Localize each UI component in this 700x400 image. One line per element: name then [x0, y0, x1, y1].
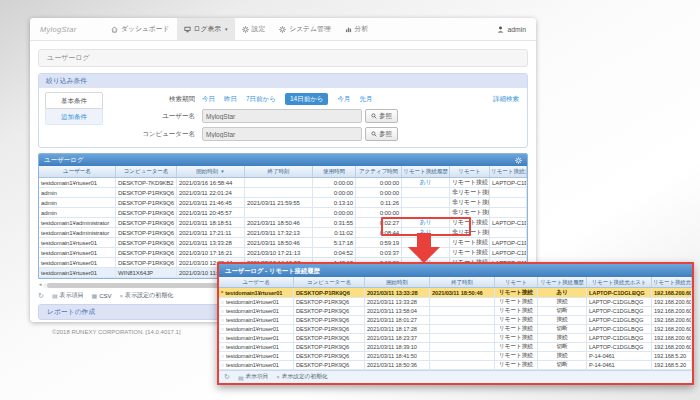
table-row[interactable]: ○testdomain1¥rtuser01DESKTOP-P1RK9Q62021…	[219, 343, 692, 352]
scroll-left-icon[interactable]: ◄	[38, 282, 42, 288]
table-row[interactable]: adminDESKTOP-P1RK9Q62021/03/11 22:01:240…	[39, 188, 527, 198]
refresh-icon[interactable]: ↻	[38, 292, 44, 300]
column-header[interactable]: リモート接続履歴	[402, 166, 450, 178]
table-row[interactable]: ○testdomain1¥rtuser01DESKTOP-P1RK9Q62021…	[219, 334, 692, 343]
table-cell: リモート接続	[495, 316, 538, 325]
close-icon: ×	[276, 374, 280, 380]
nav-dashboard[interactable]: ダッシュボード	[104, 18, 177, 40]
column-header[interactable]: 開始時刻	[365, 277, 430, 288]
column-header[interactable]: コンピューター名	[294, 277, 365, 288]
column-header[interactable]: 開始時刻▼	[177, 166, 245, 178]
popup-reset-display-button[interactable]: × 表示設定の初期化	[276, 373, 327, 381]
table-cell: DESKTOP-P1RK9Q6	[294, 307, 365, 316]
table-cell: LAPTOP-C1DGLBQG	[490, 238, 527, 248]
table-row[interactable]: ○testdomain1¥rtuser01DESKTOP-P1RK9Q62021…	[219, 361, 692, 370]
table-cell	[430, 343, 495, 352]
nav-log-view[interactable]: ログ表示 ▾	[177, 18, 235, 40]
column-header[interactable]: リモート	[495, 277, 538, 288]
period-14days-button-selected[interactable]: 14日前から	[285, 93, 329, 105]
table-cell: admin	[39, 198, 116, 208]
column-header[interactable]: ユーザー名	[219, 277, 294, 288]
page-title: ユーザーログ	[38, 49, 528, 67]
column-header[interactable]: 使用時間	[313, 166, 356, 178]
filter-panel-body: 基本条件 追加条件 検索期間 今日 昨日 7日前から 14日前から 今月 先月 …	[39, 88, 527, 147]
period-yesterday-link[interactable]: 昨日	[224, 95, 237, 104]
period-last-month-link[interactable]: 先月	[359, 95, 372, 104]
table-cell: 切断	[538, 307, 587, 316]
computer-name-input[interactable]	[202, 127, 362, 141]
table-cell: LAPTOP-C1DGLBQG	[587, 288, 652, 298]
column-header[interactable]: リモート接続履歴	[538, 277, 587, 288]
table-cell	[402, 208, 450, 218]
home-icon	[111, 26, 118, 33]
table-cell: testdomain1¥rtuser01	[39, 238, 116, 248]
nav-analysis[interactable]: 分析	[338, 18, 376, 40]
table-row[interactable]: ○testdomain1¥rtuser01DESKTOP-P1RK9Q62021…	[219, 316, 692, 325]
table-cell: testdomain1¥administrator	[39, 218, 116, 228]
table-row[interactable]: testdomain1¥rtuser01DESKTOP-P1RK9Q62021/…	[39, 248, 527, 258]
table-cell: admin	[39, 208, 116, 218]
table-cell: DESKTOP-P1RK9Q6	[116, 198, 177, 208]
user-menu[interactable]: admin	[497, 26, 526, 33]
reset-display-settings-button[interactable]: × 表示設定の初期化	[120, 291, 174, 300]
table-cell	[245, 188, 313, 198]
column-header[interactable]: リモート接続元ホスト	[587, 277, 652, 288]
advanced-search-link[interactable]: 詳細検索	[493, 95, 519, 104]
table-cell: リモート接続	[450, 248, 490, 258]
tab-basic-conditions[interactable]: 基本条件	[45, 92, 103, 109]
table-cell: ○testdomain1¥rtuser01	[219, 316, 294, 325]
table-cell: LAPTOP-C1DGLBQG	[490, 248, 527, 258]
filter-panel-header[interactable]: 絞り込み条件	[39, 74, 527, 88]
popup-toolbar: ↻ ▤ 表示項目 × 表示設定の初期化	[219, 370, 692, 383]
table-row[interactable]: adminDESKTOP-P1RK9Q62021/03/11 21:46:452…	[39, 198, 527, 208]
tab-additional-conditions[interactable]: 追加条件	[45, 109, 103, 125]
gear-icon	[242, 26, 249, 33]
table-cell: DESKTOP-7KD9KB2	[116, 178, 177, 188]
table-row[interactable]: adminDESKTOP-P1RK9Q62021/03/11 20:45:570…	[39, 208, 527, 218]
table-cell: 192.168.5.20	[652, 352, 692, 361]
table-cell: 2021/03/11 21:59:55	[245, 198, 313, 208]
table-row[interactable]: ○testdomain1¥rtuser01DESKTOP-P1RK9Q62021…	[219, 325, 692, 334]
computer-browse-button[interactable]: 参照	[365, 127, 398, 141]
column-header[interactable]: 終了時刻	[430, 277, 495, 288]
table-row[interactable]: testdomain1¥rtuser01DESKTOP-P1RK9Q62021/…	[39, 238, 527, 248]
refresh-icon[interactable]: ↻	[224, 373, 230, 381]
nav-label: ダッシュボード	[121, 24, 170, 34]
column-header[interactable]: コンピューター名	[116, 166, 177, 178]
table-cell: 非リモート接続	[450, 198, 490, 208]
column-header[interactable]: 終了時刻	[245, 166, 313, 178]
record-icon: ○	[221, 344, 224, 350]
period-this-month-link[interactable]: 今月	[337, 95, 350, 104]
column-header[interactable]: ユーザー名	[39, 166, 116, 178]
table-row[interactable]: testdomain1¥rtuser01DESKTOP-7KD9KB22021/…	[39, 178, 527, 188]
display-items-button[interactable]: ▤ 表示項目	[52, 291, 84, 300]
table-cell: 非リモート接続	[450, 208, 490, 218]
table-row[interactable]: ○testdomain1¥rtuser01DESKTOP-P1RK9Q62021…	[219, 298, 692, 307]
table-cell	[430, 325, 495, 334]
remote-history-popup: ユーザーログ - リモート接続履歴 ユーザー名コンピューター名開始時刻終了時刻リ…	[217, 262, 694, 385]
user-name-input[interactable]	[202, 109, 362, 123]
table-row[interactable]: ○testdomain1¥rtuser01DESKTOP-P1RK9Q62021…	[219, 352, 692, 361]
column-header[interactable]: リモート接続元ホスト	[490, 166, 527, 178]
table-row[interactable]: *testdomain1¥rtuser01DESKTOP-P1RK9Q62021…	[219, 288, 692, 298]
user-browse-button[interactable]: 参照	[365, 109, 398, 123]
table-cell: 2021/03/11 20:45:57	[177, 208, 245, 218]
column-header[interactable]: アクティブ時間	[356, 166, 402, 178]
record-icon: ○	[221, 308, 224, 314]
csv-export-button[interactable]: ▦ CSV	[92, 292, 112, 299]
nav-system-admin[interactable]: システム管理	[272, 18, 337, 40]
table-cell	[490, 188, 527, 198]
column-header[interactable]: リモート	[450, 166, 490, 178]
table-cell: 切断	[538, 325, 587, 334]
nav-settings[interactable]: 設定	[235, 18, 273, 40]
popup-display-items-button[interactable]: ▤ 表示項目	[238, 373, 268, 381]
table-cell: 2021/03/11 18:50:46	[245, 218, 313, 228]
remote-history-link[interactable]: あり	[402, 178, 450, 188]
table-cell: WIN81X64JP	[116, 268, 177, 278]
period-today-link[interactable]: 今日	[202, 95, 215, 104]
gear-icon[interactable]	[515, 157, 522, 164]
column-header[interactable]: リモート接続元IPアドレス	[652, 277, 692, 288]
period-7days-link[interactable]: 7日前から	[246, 95, 276, 104]
record-icon: ○	[221, 299, 224, 305]
table-row[interactable]: ○testdomain1¥rtuser01DESKTOP-P1RK9Q62021…	[219, 307, 692, 316]
